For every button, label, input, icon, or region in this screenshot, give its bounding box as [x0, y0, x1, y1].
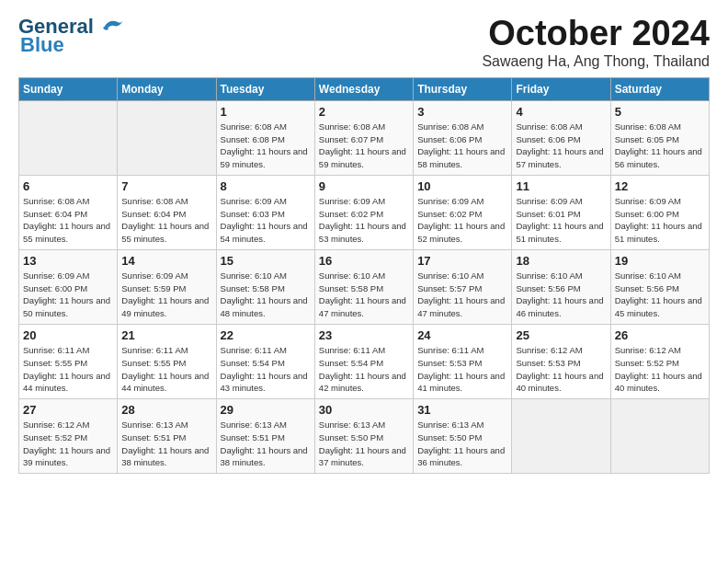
day-cell [19, 100, 118, 175]
day-detail: Sunrise: 6:08 AMSunset: 6:06 PMDaylight:… [417, 121, 507, 171]
day-number: 26 [615, 328, 705, 342]
day-cell: 28Sunrise: 6:13 AMSunset: 5:51 PMDayligh… [118, 399, 216, 474]
day-number: 18 [516, 254, 606, 268]
day-cell: 9Sunrise: 6:09 AMSunset: 6:02 PMDaylight… [314, 175, 413, 249]
day-number: 23 [319, 328, 409, 342]
header-row: SundayMondayTuesdayWednesdayThursdayFrid… [19, 77, 710, 100]
day-number: 22 [221, 328, 311, 342]
calendar-table: SundayMondayTuesdayWednesdayThursdayFrid… [18, 77, 710, 474]
day-cell: 29Sunrise: 6:13 AMSunset: 5:51 PMDayligh… [216, 399, 314, 474]
day-cell: 12Sunrise: 6:09 AMSunset: 6:00 PMDayligh… [610, 175, 709, 249]
day-detail: Sunrise: 6:09 AMSunset: 6:00 PMDaylight:… [615, 195, 705, 246]
day-number: 3 [417, 105, 507, 119]
title-block: October 2024 Sawaeng Ha, Ang Thong, Thai… [482, 15, 710, 70]
logo: General Blue [18, 15, 125, 57]
day-cell: 7Sunrise: 6:08 AMSunset: 6:04 PMDaylight… [118, 175, 216, 249]
day-number: 31 [417, 403, 507, 417]
header-day-thursday: Thursday [414, 77, 512, 100]
day-cell: 17Sunrise: 6:10 AMSunset: 5:57 PMDayligh… [414, 249, 512, 324]
day-detail: Sunrise: 6:08 AMSunset: 6:05 PMDaylight:… [615, 121, 705, 171]
day-cell: 26Sunrise: 6:12 AMSunset: 5:52 PMDayligh… [610, 324, 709, 398]
day-cell [610, 399, 709, 474]
day-detail: Sunrise: 6:10 AMSunset: 5:57 PMDaylight:… [417, 270, 507, 320]
day-number: 19 [615, 254, 705, 268]
day-detail: Sunrise: 6:13 AMSunset: 5:51 PMDaylight:… [121, 419, 211, 469]
day-detail: Sunrise: 6:11 AMSunset: 5:54 PMDaylight:… [221, 344, 311, 395]
day-detail: Sunrise: 6:10 AMSunset: 5:56 PMDaylight:… [615, 270, 705, 320]
day-cell: 5Sunrise: 6:08 AMSunset: 6:05 PMDaylight… [610, 100, 709, 175]
week-row-1: 1Sunrise: 6:08 AMSunset: 6:08 PMDaylight… [19, 100, 710, 175]
header-day-saturday: Saturday [610, 77, 709, 100]
day-cell: 25Sunrise: 6:12 AMSunset: 5:53 PMDayligh… [512, 324, 610, 398]
logo-bird-icon [96, 17, 125, 37]
day-number: 20 [23, 328, 113, 342]
day-number: 24 [417, 328, 507, 342]
day-cell: 6Sunrise: 6:08 AMSunset: 6:04 PMDaylight… [19, 175, 118, 249]
day-cell: 14Sunrise: 6:09 AMSunset: 5:59 PMDayligh… [118, 249, 216, 324]
day-cell: 22Sunrise: 6:11 AMSunset: 5:54 PMDayligh… [216, 324, 314, 398]
day-cell [118, 100, 216, 175]
day-cell: 27Sunrise: 6:12 AMSunset: 5:52 PMDayligh… [19, 399, 118, 474]
day-number: 16 [319, 254, 409, 268]
day-number: 14 [121, 254, 211, 268]
location-subtitle: Sawaeng Ha, Ang Thong, Thailand [482, 53, 710, 70]
day-detail: Sunrise: 6:09 AMSunset: 6:02 PMDaylight:… [319, 195, 409, 246]
day-number: 12 [615, 179, 705, 193]
day-detail: Sunrise: 6:12 AMSunset: 5:53 PMDaylight:… [516, 344, 606, 395]
day-detail: Sunrise: 6:11 AMSunset: 5:55 PMDaylight:… [23, 344, 113, 395]
day-cell: 16Sunrise: 6:10 AMSunset: 5:58 PMDayligh… [314, 249, 413, 324]
header-day-friday: Friday [512, 77, 610, 100]
day-detail: Sunrise: 6:12 AMSunset: 5:52 PMDaylight:… [615, 344, 705, 395]
day-number: 13 [23, 254, 113, 268]
day-number: 6 [23, 179, 113, 193]
day-number: 1 [221, 105, 311, 119]
day-number: 2 [319, 105, 409, 119]
day-detail: Sunrise: 6:11 AMSunset: 5:54 PMDaylight:… [319, 344, 409, 395]
day-detail: Sunrise: 6:10 AMSunset: 5:58 PMDaylight:… [319, 270, 409, 320]
day-cell: 3Sunrise: 6:08 AMSunset: 6:06 PMDaylight… [414, 100, 512, 175]
day-cell: 8Sunrise: 6:09 AMSunset: 6:03 PMDaylight… [216, 175, 314, 249]
day-cell: 2Sunrise: 6:08 AMSunset: 6:07 PMDaylight… [314, 100, 413, 175]
month-title: October 2024 [482, 15, 710, 53]
day-number: 15 [221, 254, 311, 268]
week-row-5: 27Sunrise: 6:12 AMSunset: 5:52 PMDayligh… [19, 399, 710, 474]
day-cell: 30Sunrise: 6:13 AMSunset: 5:50 PMDayligh… [314, 399, 413, 474]
day-detail: Sunrise: 6:09 AMSunset: 5:59 PMDaylight:… [121, 270, 211, 320]
day-detail: Sunrise: 6:09 AMSunset: 6:01 PMDaylight:… [516, 195, 606, 246]
day-cell: 4Sunrise: 6:08 AMSunset: 6:06 PMDaylight… [512, 100, 610, 175]
day-detail: Sunrise: 6:11 AMSunset: 5:55 PMDaylight:… [121, 344, 211, 395]
day-number: 27 [23, 403, 113, 417]
day-detail: Sunrise: 6:09 AMSunset: 6:00 PMDaylight:… [23, 270, 113, 320]
week-row-4: 20Sunrise: 6:11 AMSunset: 5:55 PMDayligh… [19, 324, 710, 398]
day-detail: Sunrise: 6:13 AMSunset: 5:51 PMDaylight:… [221, 419, 311, 469]
day-cell: 11Sunrise: 6:09 AMSunset: 6:01 PMDayligh… [512, 175, 610, 249]
day-number: 29 [221, 403, 311, 417]
day-cell [512, 399, 610, 474]
calendar-header: SundayMondayTuesdayWednesdayThursdayFrid… [19, 77, 710, 100]
day-number: 28 [121, 403, 211, 417]
day-number: 4 [516, 105, 606, 119]
day-detail: Sunrise: 6:08 AMSunset: 6:07 PMDaylight:… [319, 121, 409, 171]
day-detail: Sunrise: 6:13 AMSunset: 5:50 PMDaylight:… [417, 419, 507, 469]
day-number: 10 [417, 179, 507, 193]
day-cell: 21Sunrise: 6:11 AMSunset: 5:55 PMDayligh… [118, 324, 216, 398]
day-detail: Sunrise: 6:08 AMSunset: 6:04 PMDaylight:… [121, 195, 211, 246]
day-number: 9 [319, 179, 409, 193]
day-detail: Sunrise: 6:08 AMSunset: 6:04 PMDaylight:… [23, 195, 113, 246]
day-cell: 18Sunrise: 6:10 AMSunset: 5:56 PMDayligh… [512, 249, 610, 324]
day-detail: Sunrise: 6:08 AMSunset: 6:06 PMDaylight:… [516, 121, 606, 171]
day-number: 7 [121, 179, 211, 193]
day-cell: 1Sunrise: 6:08 AMSunset: 6:08 PMDaylight… [216, 100, 314, 175]
day-cell: 13Sunrise: 6:09 AMSunset: 6:00 PMDayligh… [19, 249, 118, 324]
day-number: 30 [319, 403, 409, 417]
day-detail: Sunrise: 6:10 AMSunset: 5:56 PMDaylight:… [516, 270, 606, 320]
header-day-wednesday: Wednesday [314, 77, 413, 100]
header-day-tuesday: Tuesday [216, 77, 314, 100]
day-detail: Sunrise: 6:08 AMSunset: 6:08 PMDaylight:… [221, 121, 311, 171]
day-cell: 10Sunrise: 6:09 AMSunset: 6:02 PMDayligh… [414, 175, 512, 249]
day-number: 11 [516, 179, 606, 193]
day-cell: 19Sunrise: 6:10 AMSunset: 5:56 PMDayligh… [610, 249, 709, 324]
header-day-sunday: Sunday [19, 77, 118, 100]
day-cell: 31Sunrise: 6:13 AMSunset: 5:50 PMDayligh… [414, 399, 512, 474]
week-row-3: 13Sunrise: 6:09 AMSunset: 6:00 PMDayligh… [19, 249, 710, 324]
